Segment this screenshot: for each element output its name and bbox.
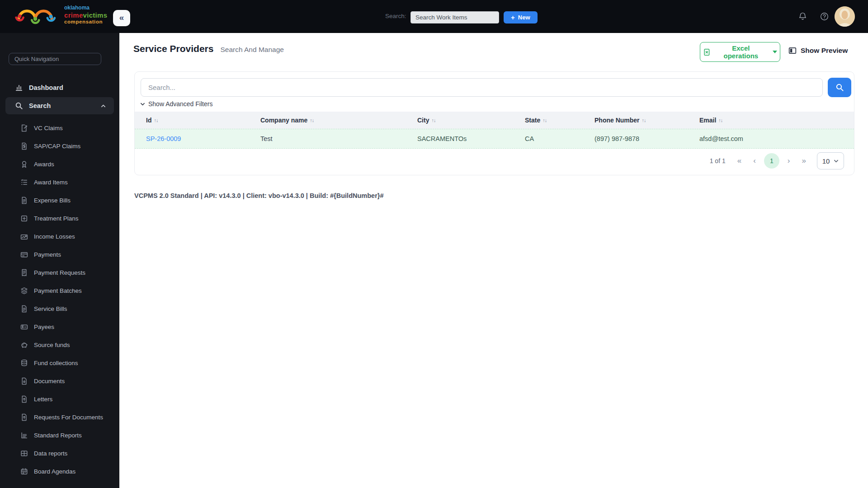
next-page-button[interactable]: › <box>784 155 794 166</box>
cell-phone-number: (897) 987-9878 <box>594 135 699 142</box>
column-header-company-name[interactable]: Company name↑↓ <box>260 117 417 124</box>
sidebar-item-label: Search <box>29 102 51 109</box>
sidebar-item-vc-claims[interactable]: VC Claims <box>5 119 114 137</box>
current-page-button[interactable]: 1 <box>764 153 779 169</box>
chevron-down-icon <box>140 102 145 107</box>
document-icon <box>20 197 28 204</box>
last-page-button[interactable]: » <box>798 155 810 166</box>
sidebar-item-label: Payment Batches <box>34 287 82 294</box>
sidebar-item-data-reports[interactable]: Data reports <box>5 444 114 462</box>
receipt-icon <box>20 269 28 277</box>
sidebar-item-label: Payment Requests <box>34 269 85 276</box>
advanced-filters-toggle[interactable]: Show Advanced Filters <box>140 100 212 108</box>
sidebar-item-letters[interactable]: Letters <box>5 390 114 408</box>
double-chevron-left-icon: « <box>737 156 741 165</box>
collapse-icon: « <box>119 13 124 23</box>
sort-icon: ↑↓ <box>718 117 722 123</box>
sidebar-item-requests-for-documents[interactable]: Requests For Documents <box>5 408 114 426</box>
sidebar-item-search[interactable]: Search <box>5 97 114 114</box>
calendar-icon <box>20 468 28 475</box>
search-submit-button[interactable] <box>828 78 851 97</box>
column-header-city[interactable]: City↑↓ <box>417 117 525 124</box>
table-grid-icon <box>20 450 28 457</box>
sidebar-item-expense-bills[interactable]: Expense Bills <box>5 191 114 209</box>
sidebar-item-income-losses[interactable]: Income Losses <box>5 227 114 245</box>
sidebar-item-dashboard[interactable]: Dashboard <box>5 79 114 96</box>
excel-operations-button[interactable]: Excel operations <box>700 42 780 62</box>
sidebar-item-label: Dashboard <box>29 84 63 91</box>
sidebar-item-awards[interactable]: Awards <box>5 155 114 173</box>
chevron-right-icon: › <box>788 156 790 165</box>
providers-search-input[interactable] <box>141 78 823 97</box>
logo-line-oklahoma: oklahoma <box>64 5 107 11</box>
sidebar-item-payments[interactable]: Payments <box>5 245 114 263</box>
coins-icon <box>20 359 28 367</box>
sidebar-item-sap-cap-claims[interactable]: SAP/CAP Claims <box>5 137 114 155</box>
page-title: Service Providers <box>133 43 213 54</box>
sidebar-item-treatment-plans[interactable]: Treatment Plans <box>5 209 114 227</box>
caret-down-icon <box>773 51 777 53</box>
sidebar-item-payees[interactable]: Payees <box>5 318 114 336</box>
search-icon <box>835 83 844 92</box>
new-button-label: New <box>518 14 530 21</box>
sidebar-item-label: SAP/CAP Claims <box>34 143 80 150</box>
sort-icon: ↑↓ <box>642 117 646 123</box>
sidebar-item-payment-batches[interactable]: Payment Batches <box>5 282 114 300</box>
logo-word-crime: crime <box>64 11 83 19</box>
sidebar-item-label: Requests For Documents <box>34 414 103 421</box>
first-page-button[interactable]: « <box>734 155 745 166</box>
provider-id-link[interactable]: SP-26-0009 <box>146 135 181 142</box>
document-edit-icon <box>20 124 28 132</box>
sidebar-item-label: Documents <box>34 378 65 385</box>
cell-email: afsd@test.com <box>699 135 854 142</box>
column-header-id[interactable]: Id↑↓ <box>146 117 260 124</box>
sidebar-item-payment-requests[interactable]: Payment Requests <box>5 263 114 282</box>
excel-file-icon <box>703 48 711 56</box>
square-plus-icon <box>20 215 28 222</box>
pagination-info: 1 of 1 <box>710 157 726 164</box>
column-label: Phone Number <box>594 117 640 124</box>
sidebar-item-fund-collections[interactable]: Fund collections <box>5 354 114 372</box>
chevron-up-icon <box>101 103 106 108</box>
cell-company-name: Test <box>260 135 417 142</box>
sidebar-item-service-bills[interactable]: Service Bills <box>5 300 114 318</box>
work-items-search-input[interactable] <box>410 11 499 23</box>
column-label: Id <box>146 117 151 124</box>
sidebar-item-standard-reports[interactable]: Standard Reports <box>5 426 114 444</box>
user-avatar[interactable] <box>835 6 855 27</box>
plus-icon: + <box>511 14 515 21</box>
cell-state: CA <box>525 135 594 142</box>
previous-page-button[interactable]: ‹ <box>750 155 760 166</box>
sidebar-item-label: Payments <box>34 251 61 258</box>
help-icon[interactable] <box>819 12 829 22</box>
sidebar-item-source-funds[interactable]: Source funds <box>5 336 114 354</box>
sidebar-item-label: Payees <box>34 324 54 330</box>
pagination: 1 of 1 « ‹ 1 › » 10 <box>710 152 844 169</box>
page-size-select[interactable]: 10 <box>817 152 844 169</box>
sidebar-item-label: Board Agendas <box>34 468 75 475</box>
column-header-state[interactable]: State↑↓ <box>525 117 594 124</box>
sidebar-item-board-agendas[interactable]: Board Agendas <box>5 462 114 480</box>
sidebar-item-label: Fund collections <box>34 360 78 366</box>
advanced-filters-label: Show Advanced Filters <box>148 100 212 108</box>
piggy-bank-icon <box>20 341 28 349</box>
sidebar-item-award-items[interactable]: Award Items <box>5 173 114 191</box>
new-button[interactable]: + New <box>504 11 538 23</box>
topbar-search-label: Search: <box>385 13 406 19</box>
show-preview-button[interactable]: Show Preview <box>786 46 850 55</box>
sidebar-item-label: Letters <box>34 396 52 403</box>
sidebar: Dashboard Search VC Claims SAP/CAP Claim… <box>0 33 119 488</box>
column-header-phone-number[interactable]: Phone Number↑↓ <box>594 117 699 124</box>
sidebar-item-label: Award Items <box>34 179 68 186</box>
sidebar-item-label: Expense Bills <box>34 197 71 204</box>
notifications-bell-icon[interactable] <box>797 12 807 22</box>
quick-navigation-input[interactable] <box>9 53 101 65</box>
column-label: City <box>417 117 429 124</box>
sidebar-item-documents[interactable]: Documents <box>5 372 114 390</box>
sidebar-item-label: Income Losses <box>34 233 75 240</box>
table-header-row: Id↑↓ Company name↑↓ City↑↓ State↑↓ Phone… <box>135 112 854 129</box>
sort-icon: ↑↓ <box>431 117 435 123</box>
sidebar-collapse-button[interactable]: « <box>113 10 130 26</box>
column-header-email[interactable]: Email↑↓ <box>699 117 854 124</box>
topbar: oklahoma crimevictims compensation « Sea… <box>0 0 868 33</box>
